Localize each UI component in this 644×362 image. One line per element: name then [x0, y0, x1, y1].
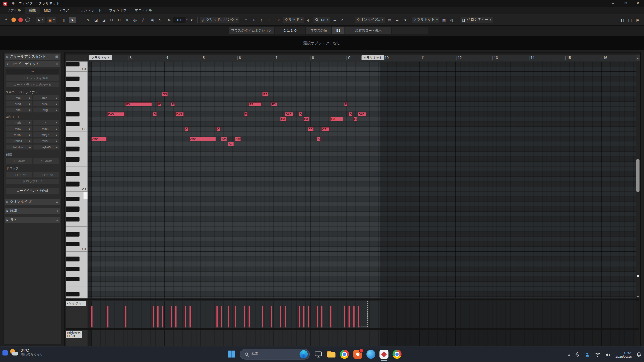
midi-note[interactable]: A#2	[91, 137, 107, 141]
midi-note[interactable]: D#3	[299, 112, 303, 116]
wifi-icon[interactable]	[595, 352, 601, 357]
controller-lane-selector[interactable]: ◨ベロシティー▾	[460, 17, 493, 23]
midi-note[interactable]: F3	[157, 102, 161, 106]
black-key[interactable]	[66, 97, 80, 102]
lower-zone-toggle[interactable]: ◫	[626, 17, 633, 23]
midi-note[interactable]: F3	[249, 102, 262, 106]
record-button[interactable]	[18, 18, 23, 22]
velocity-bar[interactable]	[303, 306, 305, 327]
note-grid[interactable]: A#2D#3F3D#3F3G3F3D#3C3A#2C3A#2A2A#2D#3F3…	[88, 61, 636, 298]
nudge-start-left-button[interactable]: ↥	[242, 17, 249, 23]
section-chord-edit[interactable]: ▼ コードエディット ≣	[5, 61, 60, 67]
velocity-bar[interactable]	[162, 306, 163, 327]
velocity-bar[interactable]	[344, 306, 345, 327]
velocity-bar[interactable]	[299, 306, 300, 327]
velocity-bar[interactable]	[217, 306, 218, 327]
tray-overflow-chevron-icon[interactable]: ∧	[568, 353, 570, 356]
velocity-bar[interactable]	[185, 306, 186, 327]
midi-note[interactable]: C3	[185, 127, 189, 131]
pin-icon[interactable]: ⌖	[3, 17, 10, 23]
tetrad-button-7sus4[interactable]: 7sus4▶	[6, 138, 32, 143]
velocity-bar[interactable]	[280, 306, 282, 327]
orange-app-icon[interactable]	[353, 350, 362, 359]
midi-note[interactable]: D#3	[285, 112, 293, 116]
grid-overlay-button[interactable]: ▦	[441, 17, 448, 23]
search-assistant-icon[interactable]	[300, 350, 308, 358]
velocity-lane-label[interactable]: ベロシティー	[66, 301, 86, 306]
menu-item-1[interactable]: 編集	[25, 7, 40, 14]
velocity-bar[interactable]	[348, 306, 350, 327]
scrollbar-thumb[interactable]	[636, 159, 640, 192]
triad-button-aug[interactable]: aug▶	[33, 107, 59, 112]
midi-note[interactable]: A2	[228, 142, 234, 146]
menu-item-5[interactable]: ウィンドウ	[105, 7, 130, 14]
black-key[interactable]	[66, 242, 80, 246]
black-key[interactable]	[66, 137, 80, 141]
midi-note[interactable]: D3	[280, 117, 287, 121]
part-start-handle[interactable]: クラリネット	[89, 55, 112, 60]
zoom-out-button[interactable]: –	[636, 280, 640, 284]
menu-item-4[interactable]: トランスポート	[73, 7, 105, 14]
triad-button-sus4[interactable]: sus4▶	[6, 101, 32, 106]
midi-note[interactable]: D#3	[244, 112, 248, 116]
length-quantize-dropdown[interactable]: クオンタイズ..▾	[355, 17, 385, 23]
midi-note[interactable]: D3	[303, 117, 310, 121]
snap-type-dropdown[interactable]: グリッド▾	[283, 17, 304, 23]
section-quantize[interactable]: ▶ クオンタイズ Q	[5, 199, 60, 205]
cubase-taskbar-icon[interactable]	[379, 350, 388, 359]
inversion-button-1[interactable]: 下へ移動	[33, 158, 59, 164]
mute-tool[interactable]: ×	[124, 17, 131, 23]
setup-toolbar-button[interactable]: ▣	[634, 17, 641, 23]
draw-tool[interactable]: ✎	[85, 17, 92, 23]
midi-note[interactable]: D3	[330, 117, 343, 121]
cc-lane[interactable]	[88, 330, 636, 346]
black-key[interactable]	[66, 232, 80, 237]
tetrad-button-full dim[interactable]: full dim▶	[6, 145, 32, 150]
tetrad-button-maj7[interactable]: maj7▶	[6, 120, 32, 125]
midi-note[interactable]: F3	[125, 102, 152, 106]
velocity-bar[interactable]	[330, 306, 332, 327]
velocity-bar[interactable]	[157, 306, 159, 327]
velocity-bar[interactable]	[353, 306, 355, 327]
velocity-bar[interactable]	[125, 306, 127, 327]
trim-tool[interactable]: ◢	[100, 17, 107, 23]
black-key[interactable]	[66, 62, 80, 66]
midi-note[interactable]: F3	[171, 102, 175, 106]
black-key[interactable]	[66, 217, 80, 222]
glue-tool[interactable]: ⊔	[116, 17, 123, 23]
tetrad-button-7[interactable]: 7▶	[33, 120, 59, 125]
people-icon[interactable]	[584, 352, 590, 357]
acoustic-feedback-button[interactable]	[11, 18, 16, 22]
black-key[interactable]	[66, 277, 80, 282]
midi-note[interactable]: G3	[162, 92, 168, 96]
independent-loop-button[interactable]: ◷	[448, 17, 455, 23]
minimize-button[interactable]: ─	[607, 0, 620, 7]
velocity-bar[interactable]	[244, 306, 245, 327]
add-chord-track-button[interactable]: コードトラックを追加	[6, 75, 59, 81]
velocity-bar[interactable]	[175, 306, 177, 327]
midi-note[interactable]: D#3	[175, 112, 184, 116]
insert-velocity-value[interactable]: 100	[173, 17, 186, 23]
menu-item-3[interactable]: スコア	[55, 7, 73, 14]
black-key[interactable]	[66, 157, 80, 162]
velocity-bar[interactable]	[221, 306, 222, 327]
step-input-button[interactable]: ⊳	[166, 17, 173, 23]
triad-button-maj[interactable]: maj▶	[6, 95, 32, 100]
maximize-button[interactable]: □	[620, 0, 632, 7]
velocity-lane[interactable]	[88, 301, 636, 328]
black-key[interactable]	[66, 87, 80, 92]
drop-button-0[interactable]: ドロップ2	[6, 172, 32, 178]
velocity-bar[interactable]	[171, 306, 172, 327]
edge-icon[interactable]	[366, 350, 375, 359]
black-key[interactable]	[66, 182, 80, 186]
part-end-marker[interactable]	[359, 301, 368, 327]
midi-note[interactable]: A#2	[235, 137, 241, 141]
snap-on-off-button[interactable]: ×	[275, 17, 282, 23]
speaker-icon[interactable]	[605, 352, 611, 357]
midi-note[interactable]: D#3	[153, 112, 157, 116]
midi-note[interactable]: D#3	[358, 112, 366, 116]
triad-button-dim[interactable]: dim▶	[6, 107, 32, 112]
velocity-bar[interactable]	[228, 306, 229, 327]
velocity-spinner[interactable]: ▴▾	[186, 18, 187, 22]
midi-note[interactable]: C3	[217, 127, 221, 131]
